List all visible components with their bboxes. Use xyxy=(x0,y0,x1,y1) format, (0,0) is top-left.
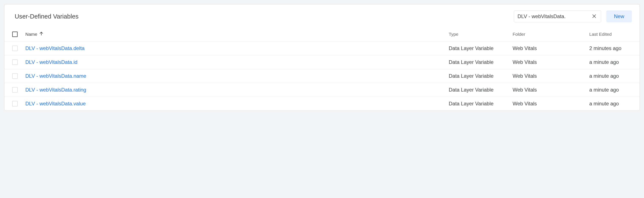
variable-folder: Web Vitals xyxy=(512,87,537,92)
table-row: DLV - webVitalsData.name Data Layer Vari… xyxy=(4,69,640,83)
variable-type: Data Layer Variable xyxy=(449,73,494,79)
column-header-name[interactable]: Name xyxy=(25,31,449,37)
column-header-last-edited[interactable]: Last Edited xyxy=(589,32,612,36)
panel-header: User-Defined Variables New xyxy=(4,4,640,28)
variable-last-edited: a minute ago xyxy=(589,59,619,65)
variable-folder: Web Vitals xyxy=(512,59,537,65)
table-row: DLV - webVitalsData.rating Data Layer Va… xyxy=(4,83,640,97)
row-checkbox[interactable] xyxy=(12,46,18,51)
sort-ascending-icon xyxy=(39,31,44,37)
clear-search-button[interactable] xyxy=(591,13,598,20)
row-checkbox[interactable] xyxy=(12,60,18,65)
row-checkbox[interactable] xyxy=(12,73,18,79)
variable-type: Data Layer Variable xyxy=(449,59,494,65)
table-header-row: Name Type Folder Last Edited xyxy=(4,28,640,42)
table-body: DLV - webVitalsData.delta Data Layer Var… xyxy=(4,42,640,110)
column-header-name-label: Name xyxy=(25,32,37,37)
variable-folder: Web Vitals xyxy=(512,45,537,51)
variable-folder: Web Vitals xyxy=(512,101,537,106)
variable-name-link[interactable]: DLV - webVitalsData.name xyxy=(25,73,86,79)
row-checkbox[interactable] xyxy=(12,87,18,92)
variable-name-link[interactable]: DLV - webVitalsData.delta xyxy=(25,45,84,51)
search-input[interactable] xyxy=(518,14,591,19)
variable-folder: Web Vitals xyxy=(512,73,537,79)
column-header-type[interactable]: Type xyxy=(449,32,458,36)
user-defined-variables-panel: User-Defined Variables New Name xyxy=(4,4,640,111)
table-row: DLV - webVitalsData.value Data Layer Var… xyxy=(4,97,640,110)
panel-title: User-Defined Variables xyxy=(15,13,509,20)
variable-name-link[interactable]: DLV - webVitalsData.rating xyxy=(25,87,86,92)
variable-last-edited: a minute ago xyxy=(589,73,619,79)
select-all-checkbox[interactable] xyxy=(12,32,18,37)
search-box[interactable] xyxy=(514,10,601,22)
variable-last-edited: a minute ago xyxy=(589,101,619,106)
variable-type: Data Layer Variable xyxy=(449,101,494,106)
variable-name-link[interactable]: DLV - webVitalsData.value xyxy=(25,101,86,106)
table-row: DLV - webVitalsData.id Data Layer Variab… xyxy=(4,55,640,69)
variable-type: Data Layer Variable xyxy=(449,87,494,92)
variable-name-link[interactable]: DLV - webVitalsData.id xyxy=(25,59,78,65)
column-header-folder[interactable]: Folder xyxy=(512,32,526,36)
table-row: DLV - webVitalsData.delta Data Layer Var… xyxy=(4,42,640,55)
close-icon xyxy=(592,14,597,20)
new-button[interactable]: New xyxy=(606,10,632,22)
row-checkbox[interactable] xyxy=(12,101,18,106)
variable-last-edited: a minute ago xyxy=(589,87,619,92)
variable-type: Data Layer Variable xyxy=(449,45,494,51)
variable-last-edited: 2 minutes ago xyxy=(589,45,622,51)
